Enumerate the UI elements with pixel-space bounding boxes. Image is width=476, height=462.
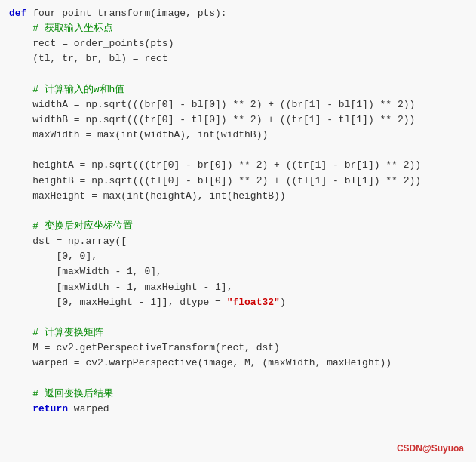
code-line-20: [0, maxHeight - 1]], dtype = "float32")	[9, 295, 467, 310]
code-line-2: # 获取输入坐标点	[9, 21, 467, 36]
code-line-27: return warped	[9, 402, 467, 417]
code-line-12: heightB = np.sqrt(((tl[0] - bl[0]) ** 2)…	[9, 174, 467, 189]
code-line-10	[9, 143, 467, 158]
code-line-26: # 返回变换后结果	[9, 387, 467, 402]
code-line-21	[9, 310, 467, 325]
code-line-6: # 计算输入的w和h值	[9, 82, 467, 97]
code-line-19: [maxWidth - 1, maxHeight - 1],	[9, 280, 467, 295]
code-line-22: # 计算变换矩阵	[9, 325, 467, 340]
code-line-15: # 变换后对应坐标位置	[9, 219, 467, 234]
code-line-4: (tl, tr, br, bl) = rect	[9, 51, 467, 66]
code-line-16: dst = np.array([	[9, 234, 467, 249]
code-line-11: heightA = np.sqrt(((tr[0] - br[0]) ** 2)…	[9, 158, 467, 173]
code-line-5	[9, 67, 467, 82]
code-line-17: [0, 0],	[9, 249, 467, 264]
code-line-8: widthB = np.sqrt(((tr[0] - tl[0]) ** 2) …	[9, 112, 467, 128]
code-line-24: warped = cv2.warpPerspective(image, M, (…	[9, 356, 467, 371]
code-line-18: [maxWidth - 1, 0],	[9, 264, 467, 279]
watermark: CSDN@Suyuoa	[397, 442, 464, 456]
code-line-23: M = cv2.getPerspectiveTransform(rect, ds…	[9, 340, 467, 356]
code-line-13: maxHeight = max(int(heightA), int(height…	[9, 189, 467, 204]
code-container: def four_point_transform(image, pts): # …	[0, 0, 476, 462]
code-line-25	[9, 371, 467, 386]
code-line-1: def four_point_transform(image, pts):	[9, 6, 467, 21]
code-line-7: widthA = np.sqrt(((br[0] - bl[0]) ** 2) …	[9, 97, 467, 112]
code-line-9: maxWidth = max(int(widthA), int(widthB))	[9, 128, 467, 143]
code-line-3: rect = order_points(pts)	[9, 36, 467, 51]
code-line-14	[9, 204, 467, 219]
